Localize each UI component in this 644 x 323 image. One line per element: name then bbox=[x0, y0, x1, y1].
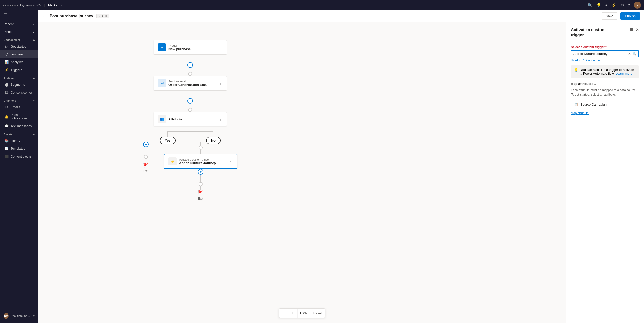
canvas-toolbar: − + 100% Reset bbox=[279, 308, 325, 318]
main-layout: ☰ Recent ∨ Pinned ∨ Engagement ∧ ▷ Get s… bbox=[0, 10, 644, 323]
push-icon: 🔔 bbox=[5, 115, 9, 119]
hint-box: 💡 You can also use a trigger to activate… bbox=[571, 65, 639, 78]
clear-trigger-icon[interactable]: ✕ bbox=[628, 52, 631, 56]
sidebar-item-text[interactable]: 💬 Text messages bbox=[0, 122, 38, 130]
templates-icon: 📄 bbox=[5, 147, 9, 150]
sidebar-item-analytics[interactable]: 📊 Analytics bbox=[0, 58, 38, 66]
attribute-node[interactable]: 👥 Attribute ⋮ bbox=[154, 112, 227, 126]
email-more-icon[interactable]: ⋮ bbox=[219, 81, 223, 86]
lightbulb-icon[interactable]: 💡 bbox=[596, 3, 601, 7]
right-panel: Activate a customtrigger 🗑 ✕ Select a cu… bbox=[566, 22, 644, 323]
no-line-2 bbox=[200, 150, 201, 154]
branch-columns: + 🚩 Exit bbox=[143, 142, 237, 200]
back-button[interactable]: ← bbox=[42, 14, 47, 18]
email-node[interactable]: ✉ Send an email Order Confirmation Email… bbox=[154, 76, 227, 91]
yes-add-button[interactable]: + bbox=[143, 142, 149, 147]
panel-delete-icon[interactable]: 🗑 bbox=[630, 27, 634, 32]
add-button-1[interactable]: + bbox=[187, 62, 193, 68]
trigger-selected-value: Add to Nurture Journey bbox=[573, 52, 627, 56]
app-dots bbox=[3, 5, 18, 6]
trigger-title: New purchase bbox=[168, 47, 223, 51]
status-dot: ● bbox=[99, 15, 100, 17]
channels-group: Channels ∧ bbox=[0, 96, 38, 103]
custom-trigger-more-icon[interactable]: ⋮ bbox=[229, 159, 233, 164]
sidebar: ☰ Recent ∨ Pinned ∨ Engagement ∧ ▷ Get s… bbox=[0, 10, 38, 323]
line-v-short bbox=[190, 68, 190, 72]
trigger-info: Trigger New purchase bbox=[168, 44, 223, 51]
sidebar-item-library[interactable]: 📚 Library bbox=[0, 137, 38, 145]
publish-button[interactable]: Publish bbox=[620, 12, 640, 20]
user-avatar[interactable]: # bbox=[634, 2, 641, 9]
search-icon[interactable]: 🔍 bbox=[588, 3, 592, 7]
analytics-icon: 📊 bbox=[5, 60, 9, 64]
brand-name: Dynamics 365 bbox=[20, 3, 41, 7]
canvas-inner: → Trigger New purchase + bbox=[38, 22, 342, 225]
sidebar-item-pinned[interactable]: Pinned ∨ bbox=[0, 28, 38, 36]
map-attribute-link[interactable]: Map attribute bbox=[571, 111, 639, 115]
reset-button[interactable]: Reset bbox=[310, 309, 325, 318]
trigger-node[interactable]: → Trigger New purchase bbox=[154, 40, 227, 55]
library-icon: 📚 bbox=[5, 139, 9, 143]
filter-icon[interactable]: ⚡ bbox=[612, 3, 616, 7]
sidebar-item-journeys[interactable]: ⬡ Journeys bbox=[0, 50, 38, 58]
learn-more-link[interactable]: Learn more bbox=[615, 72, 632, 75]
attribute-title: Attribute bbox=[168, 117, 216, 121]
attribute-more-icon[interactable]: ⋮ bbox=[219, 117, 223, 122]
sidebar-item-content-blocks[interactable]: ⬛ Content blocks bbox=[0, 153, 38, 160]
save-button[interactable]: Save bbox=[602, 12, 618, 20]
no-add-button[interactable]: + bbox=[198, 169, 203, 175]
hamburger-icon[interactable]: ☰ bbox=[0, 10, 38, 20]
yes-line-2 bbox=[146, 159, 146, 163]
sidebar-item-segments[interactable]: ⬤ Segments bbox=[0, 81, 38, 89]
no-line-4 bbox=[200, 186, 201, 190]
plus-icon[interactable]: + bbox=[605, 3, 608, 7]
sidebar-item-templates[interactable]: 📄 Templates bbox=[0, 145, 38, 153]
consent-icon: ☐ bbox=[5, 91, 9, 94]
sidebar-item-consent[interactable]: ☐ Consent center bbox=[0, 89, 38, 96]
panel-close-icon[interactable]: ✕ bbox=[636, 27, 639, 32]
sidebar-item-recent[interactable]: Recent ∨ bbox=[0, 20, 38, 28]
yes-column: + 🚩 Exit bbox=[143, 142, 149, 173]
no-line-top bbox=[200, 142, 201, 146]
email-info: Send an email Order Confirmation Email bbox=[168, 80, 216, 87]
attribute-icon: 👥 bbox=[158, 115, 166, 123]
trigger-select-input[interactable]: Add to Nurture Journey ✕ 🔍 bbox=[571, 50, 639, 57]
custom-trigger-node[interactable]: ⚡ Activate a custom trigger Add to Nurtu… bbox=[164, 154, 237, 169]
connector-2: + bbox=[187, 91, 193, 112]
map-attr-label: Map attributes ℹ bbox=[571, 82, 639, 86]
hint-icon: 💡 bbox=[574, 68, 578, 75]
hint-text: You can also use a trigger to activate a… bbox=[580, 68, 636, 75]
sidebar-item-get-started[interactable]: ▷ Get started bbox=[0, 42, 38, 50]
select-trigger-label: Select a custom trigger * bbox=[571, 45, 639, 49]
email-icon: ✉ bbox=[158, 79, 166, 87]
zoom-out-button[interactable]: − bbox=[279, 309, 288, 318]
subheader: ← Post purchase journey ● Draft Save Pub… bbox=[38, 10, 644, 22]
org-avatar: RM bbox=[4, 313, 9, 319]
zoom-in-button[interactable]: + bbox=[288, 309, 297, 318]
sidebar-item-triggers[interactable]: ⚡ Triggers bbox=[0, 66, 38, 74]
trigger-label: Trigger bbox=[168, 44, 223, 47]
map-attr-desc: Each attribute must be mapped to a data … bbox=[571, 88, 639, 97]
journeys-icon: ⬡ bbox=[5, 52, 9, 56]
sidebar-item-emails[interactable]: ✉ Emails bbox=[0, 103, 38, 111]
source-campaign-row[interactable]: 📋 Source Campaign bbox=[571, 100, 639, 109]
yes-exit: 🚩 Exit bbox=[143, 163, 149, 173]
sidebar-bottom-org[interactable]: RM Real-time marketi... ∨ bbox=[0, 311, 38, 321]
add-button-2[interactable]: + bbox=[187, 98, 193, 104]
sidebar-item-push[interactable]: 🔔 Push notifications bbox=[0, 111, 38, 122]
settings-icon[interactable]: ⚙ bbox=[620, 3, 624, 7]
custom-trigger-info: Activate a custom trigger Add to Nurture… bbox=[179, 158, 226, 165]
line-v bbox=[190, 55, 190, 62]
canvas[interactable]: → Trigger New purchase + bbox=[38, 22, 566, 323]
used-in-link[interactable]: Used in: 1 live journey bbox=[571, 59, 639, 62]
map-attr-info-icon[interactable]: ℹ bbox=[594, 82, 596, 85]
text-icon: 💬 bbox=[5, 124, 9, 128]
no-exit: 🚩 Exit bbox=[198, 190, 203, 200]
audience-group: Audience ∧ bbox=[0, 74, 38, 81]
yes-connector: + bbox=[143, 142, 149, 163]
custom-trigger-icon: ⚡ bbox=[168, 157, 177, 165]
help-icon[interactable]: ? bbox=[628, 3, 630, 7]
node-circle-1 bbox=[188, 72, 192, 76]
search-trigger-icon[interactable]: 🔍 bbox=[632, 52, 636, 56]
topbar: Dynamics 365 | Marketing 🔍 💡 + ⚡ ⚙ ? # bbox=[0, 0, 644, 10]
